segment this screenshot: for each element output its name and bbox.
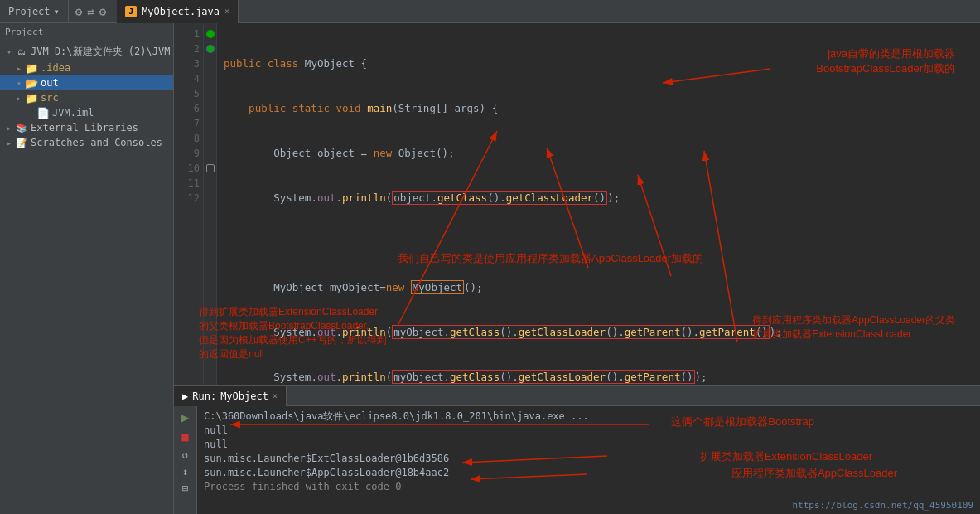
top-bar: Project ▾ ⚙ ⇄ ⚙ J MyObject.java × (0, 0, 980, 23)
main-area: Project ▾ 🗂 JVM D:\新建文件夹 (2)\JVM ▸ 📁 .id… (0, 23, 980, 514)
src-label: src (41, 92, 59, 104)
run-play-icon[interactable]: ▶ (181, 410, 190, 425)
tree-arrow-scratches: ▸ (3, 138, 15, 148)
output-cmd-path: C:\360Downloads\java软件\eclipse8.0\jdk1.8… (204, 410, 589, 424)
editor-area: 1 2 3 4 5 6 7 8 9 10 11 12 (174, 23, 980, 514)
code-line-5 (224, 235, 973, 250)
run-scroll-icon[interactable]: ↕ (182, 466, 188, 478)
project-label: Project (8, 6, 51, 17)
out-folder-icon: 📂 (25, 77, 38, 89)
jvm-icon: 🗂 (15, 46, 28, 58)
code-line-6: MyObject myObject=new MyObject(); (224, 280, 973, 295)
code-line-3: Object object = new Object(); (224, 146, 973, 161)
iml-file-icon: 📄 (36, 107, 50, 119)
output-app-loader: sun.misc.Launcher$AppClassLoader@18b4aac… (204, 466, 449, 480)
scratches-label: Scratches and Consoles (31, 137, 162, 148)
run-indicator-1 (206, 30, 215, 38)
run-tab-icon: ▶ (182, 390, 188, 402)
output-line-exit: Process finished with exit code 0 (204, 480, 973, 494)
build-icon[interactable]: ⚙ (99, 5, 106, 18)
project-menu[interactable]: Project ▾ (0, 0, 69, 22)
settings-icon[interactable]: ⚙ (75, 5, 82, 18)
toolbar-icons: ⚙ ⇄ ⚙ (69, 0, 113, 22)
project-dropdown-icon[interactable]: ▾ (54, 6, 60, 17)
sync-icon[interactable]: ⇄ (87, 5, 94, 18)
output-exit-msg: Process finished with exit code 0 (204, 480, 401, 494)
tab-myobject[interactable]: J MyObject.java × (117, 0, 239, 23)
output-line-1: C:\360Downloads\java软件\eclipse8.0\jdk1.8… (204, 410, 973, 424)
editor-tabs: J MyObject.java × (113, 0, 980, 23)
extlibs-icon: 📚 (15, 122, 28, 133)
java-file-icon: J (125, 6, 137, 17)
tree-arrow-out: ▾ (13, 79, 25, 88)
code-line-7: System.out.println(myObject.getClass().g… (224, 325, 973, 340)
bottom-panel: ▶ Run: MyObject × ▶ ■ ↺ ↕ ⊟ (174, 386, 980, 514)
run-indicator-2 (206, 45, 215, 53)
output-null-1: null (204, 424, 228, 438)
extlibs-label: External Libraries (31, 122, 138, 133)
bottom-content: ▶ ■ ↺ ↕ ⊟ C:\360Downloads\java软件\eclipse… (174, 406, 980, 514)
tree-arrow-extlibs: ▸ (3, 124, 15, 133)
tree-arrow-idea: ▸ (13, 64, 25, 73)
tree-item-jvmiml[interactable]: 📄 JVM.iml (0, 105, 173, 120)
tab-close-button[interactable]: × (224, 7, 229, 16)
code-line-4: System.out.println(object.getClass().get… (224, 191, 973, 206)
code-line-2: public static void main(String[] args) { (224, 101, 973, 116)
output-line-app: sun.misc.Launcher$AppClassLoader@18b4aac… (204, 466, 973, 480)
blog-url: https://blog.csdn.net/qq_45950109 (792, 500, 973, 511)
tree-item-out[interactable]: ▾ 📂 out (0, 75, 173, 90)
bottom-sidebar-icons: ▶ ■ ↺ ↕ ⊟ (174, 406, 197, 514)
out-label: out (41, 77, 59, 89)
tree-item-extlibs[interactable]: ▸ 📚 External Libraries (0, 120, 173, 135)
code-line-1: public class MyObject { (224, 56, 973, 71)
line-numbers: 1 2 3 4 5 6 7 8 9 10 11 12 (174, 23, 204, 386)
output-ext-loader: sun.misc.Launcher$ExtClassLoader@1b6d358… (204, 452, 449, 466)
code-content[interactable]: public class MyObject { public static vo… (217, 23, 980, 386)
project-sidebar: Project ▾ 🗂 JVM D:\新建文件夹 (2)\JVM ▸ 📁 .id… (0, 23, 174, 514)
run-stop-icon[interactable]: ■ (181, 430, 188, 444)
run-tab-name: MyObject (220, 390, 268, 402)
jvmiml-label: JVM.iml (52, 107, 94, 119)
tree-item-scratches[interactable]: ▸ 📝 Scratches and Consoles (0, 135, 173, 150)
tree-item-src[interactable]: ▸ 📁 src (0, 90, 173, 105)
run-indicator-10 (206, 164, 215, 172)
run-fold-icon[interactable]: ⊟ (182, 482, 188, 494)
bottom-tab-bar: ▶ Run: MyObject × (174, 386, 980, 406)
run-tab[interactable]: ▶ Run: MyObject × (174, 386, 287, 406)
jvm-label: JVM D:\新建文件夹 (2)\JVM (31, 45, 170, 59)
run-rerun-icon[interactable]: ↺ (182, 449, 189, 461)
tab-label: MyObject.java (142, 6, 220, 17)
code-editor[interactable]: 1 2 3 4 5 6 7 8 9 10 11 12 (174, 23, 980, 386)
output-line-null2: null (204, 438, 973, 452)
scratch-icon: 📝 (15, 137, 28, 148)
output-line-ext: sun.misc.Launcher$ExtClassLoader@1b6d358… (204, 452, 973, 466)
code-line-8: System.out.println(myObject.getClass().g… (224, 370, 973, 385)
src-folder-icon: 📁 (25, 92, 38, 104)
run-tab-close[interactable]: × (273, 391, 278, 400)
run-output: C:\360Downloads\java软件\eclipse8.0\jdk1.8… (197, 406, 980, 514)
tree-arrow-jvm: ▾ (3, 47, 15, 56)
output-line-null1: null (204, 424, 973, 438)
run-tab-label: Run: (192, 390, 216, 402)
tree-item-jvm[interactable]: ▾ 🗂 JVM D:\新建文件夹 (2)\JVM (0, 43, 173, 61)
output-null-2: null (204, 438, 228, 452)
run-indicators (204, 23, 217, 386)
sidebar-header: Project (0, 23, 173, 41)
idea-folder-icon: 📁 (25, 62, 38, 74)
idea-label: .idea (41, 62, 70, 74)
tree-arrow-src: ▸ (13, 94, 25, 103)
tree-item-idea[interactable]: ▸ 📁 .idea (0, 61, 173, 75)
